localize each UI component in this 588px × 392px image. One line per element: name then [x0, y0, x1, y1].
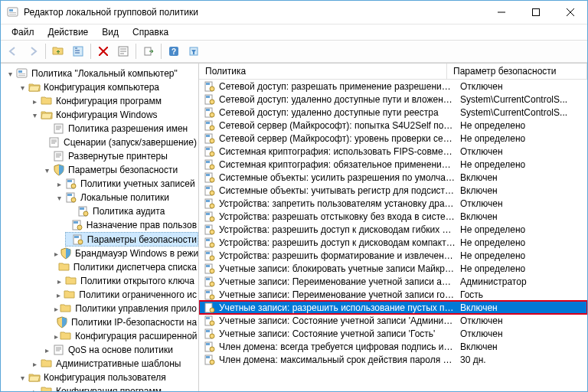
tree-computer-config[interactable]: ▾ Конфигурация компьютера [16, 80, 198, 94]
policy-row[interactable]: Системная криптография: использовать FIP… [199, 145, 587, 158]
expand-icon[interactable]: ▸ [54, 290, 62, 299]
tree-program-config-2[interactable]: ▸Конфигурация программ [28, 384, 198, 391]
tree-user-config[interactable]: ▾Конфигурация пользователя [16, 371, 198, 384]
tree-security-options[interactable]: Параметры безопасности [65, 232, 198, 247]
policy-row[interactable]: Учетные записи: Состояние учетной записи… [199, 327, 587, 340]
menu-help[interactable]: Справка [126, 25, 175, 39]
menu-view[interactable]: Вид [96, 25, 125, 39]
tree-security-settings[interactable]: ▾Параметры безопасности [41, 163, 198, 177]
policy-row[interactable]: Системные объекты: усилить разрешения по… [199, 171, 587, 184]
column-policy[interactable]: Политика [199, 64, 447, 79]
policy-name: Член домена: максимальный срок действия … [219, 354, 456, 365]
policy-row[interactable]: Системные объекты: учитывать регистр для… [199, 184, 587, 197]
tree-local-policies[interactable]: ▾Локальные политики [53, 191, 198, 204]
collapse-icon[interactable]: ▾ [42, 165, 51, 175]
svg-rect-52 [206, 239, 210, 241]
policy-name: Сетевой доступ: удаленно доступные пути … [219, 107, 439, 118]
tree-ipsec[interactable]: Политики IP-безопасности на [53, 315, 198, 329]
close-button[interactable] [553, 1, 587, 24]
svg-rect-28 [206, 135, 210, 137]
tree-pane[interactable]: ▾ Политика "Локальный компьютер" ▾ Конфи… [1, 64, 199, 391]
list-body[interactable]: Сетевой доступ: разрешать применение раз… [199, 80, 587, 391]
menu-file[interactable]: Файл [5, 25, 41, 39]
show-tree-button[interactable] [69, 42, 87, 60]
properties-button[interactable] [114, 42, 132, 60]
expand-icon[interactable]: ▸ [42, 345, 51, 354]
up-button[interactable] [49, 42, 67, 60]
policy-item-icon [204, 211, 216, 223]
column-security-param[interactable]: Параметр безопасности [447, 64, 587, 79]
folder-icon [41, 358, 53, 370]
tree-account-policies[interactable]: ▸Политики учетных записей [53, 177, 198, 191]
tree-windows-config[interactable]: ▾Конфигурация Windows [28, 108, 198, 122]
expand-icon[interactable]: ▸ [54, 249, 58, 258]
svg-point-47 [210, 217, 214, 221]
tree-app-control[interactable]: ▸Политики управления прило [53, 302, 198, 315]
policy-row[interactable]: Сетевой доступ: удаленно доступные пути … [199, 106, 587, 119]
export-button[interactable] [139, 42, 158, 60]
tree-printers[interactable]: Развернутые принтеры [41, 149, 198, 163]
policy-name: Учетные записи: Переименование учетной з… [219, 276, 456, 287]
tree-qos[interactable]: ▸QoS на основе политики [41, 343, 198, 357]
tree-root[interactable]: ▾ Политика "Локальный компьютер" [4, 67, 198, 80]
policy-row[interactable]: Учетные записи: Переименование учетной з… [199, 288, 587, 301]
policy-row[interactable]: Учетные записи: разрешить использование … [199, 301, 587, 314]
maximize-button[interactable] [518, 1, 553, 24]
policy-row[interactable]: Учетные записи: блокировать учетные запи… [199, 262, 587, 275]
policy-row[interactable]: Учетные записи: Состояние учетной записи… [199, 314, 587, 327]
scroll-icon [53, 344, 65, 356]
tree-audit-policy[interactable]: Политика аудита [65, 204, 198, 218]
minimize-button[interactable] [484, 1, 518, 24]
tree-advanced-audit[interactable]: ▸Конфигурация расширенной [53, 329, 198, 343]
policy-item-icon [204, 263, 216, 275]
svg-rect-9 [74, 47, 83, 56]
policy-row[interactable]: Учетные записи: Переименование учетной з… [199, 275, 587, 288]
policy-name: Учетные записи: блокировать учетные запи… [219, 263, 456, 274]
policy-row[interactable]: Системная криптография: обязательное при… [199, 158, 587, 171]
collapse-icon[interactable]: ▾ [18, 83, 27, 92]
collapse-icon[interactable]: ▾ [30, 110, 39, 119]
policy-row[interactable]: Член домена: максимальный срок действия … [199, 353, 587, 366]
collapse-icon[interactable]: ▾ [54, 193, 64, 202]
policy-row[interactable]: Сетевой сервер (Майкрософт): попытка S4U… [199, 119, 587, 132]
policy-row[interactable]: Устройства: разрешать отстыковку без вхо… [199, 210, 587, 223]
policy-name: Системные объекты: учитывать регистр для… [219, 185, 456, 196]
collapse-icon[interactable]: ▾ [5, 69, 15, 78]
policy-row[interactable]: Член домена: всегда требуется цифровая п… [199, 340, 587, 353]
policy-row[interactable]: Устройства: разрешить форматирование и и… [199, 249, 587, 262]
policy-row[interactable]: Устройства: запретить пользователям уста… [199, 197, 587, 210]
expand-icon[interactable]: ▸ [30, 359, 39, 368]
collapse-icon[interactable]: ▾ [18, 373, 27, 382]
tree-program-config[interactable]: ▸Конфигурация программ [28, 94, 198, 108]
expand-icon[interactable]: ▸ [30, 387, 39, 391]
svg-rect-58 [206, 265, 210, 267]
policy-row[interactable]: Сетевой доступ: удаленно доступные пути … [199, 93, 587, 106]
tree-software-restriction[interactable]: ▸Политики ограниченного ис [53, 288, 198, 302]
tree-name-resolution[interactable]: Политика разрешения имен [41, 122, 198, 136]
expand-icon[interactable]: ▸ [54, 332, 58, 341]
help-button[interactable]: ? [165, 42, 183, 60]
svg-point-41 [210, 191, 214, 195]
back-button[interactable] [4, 42, 22, 60]
policy-name: Сетевой доступ: разрешать применение раз… [219, 81, 456, 92]
policy-row[interactable]: Сетевой сервер (Майкрософт): уровень про… [199, 132, 587, 145]
tree-scripts[interactable]: Сценарии (запуск/завершение) [41, 136, 198, 149]
policy-item-icon [204, 80, 216, 93]
expand-icon[interactable]: ▸ [54, 179, 64, 188]
expand-icon[interactable]: ▸ [54, 276, 64, 286]
expand-icon[interactable]: ▸ [54, 304, 58, 313]
tree-admin-templates[interactable]: ▸Административные шаблоны [28, 357, 198, 371]
policy-row[interactable]: Устройства: разрешить доступ к дисковода… [199, 223, 587, 236]
tree-user-rights[interactable]: Назначение прав пользов [65, 218, 198, 232]
policy-row[interactable]: Сетевой доступ: разрешать применение раз… [199, 80, 587, 93]
tree-network-list[interactable]: Политики диспетчера списка [53, 260, 198, 274]
delete-button[interactable] [94, 42, 113, 60]
policy-row[interactable]: Устройства: разрешить доступ к дисковода… [199, 236, 587, 249]
tree-firewall[interactable]: ▸Брандмауэр Windows в режи [53, 247, 198, 260]
forward-button[interactable] [24, 42, 42, 60]
svg-text:?: ? [172, 47, 176, 56]
expand-icon[interactable]: ▸ [30, 96, 39, 106]
tree-public-key[interactable]: ▸Политики открытого ключа [53, 274, 198, 288]
menu-action[interactable]: Действие [42, 25, 95, 39]
filter-button[interactable] [185, 42, 203, 60]
